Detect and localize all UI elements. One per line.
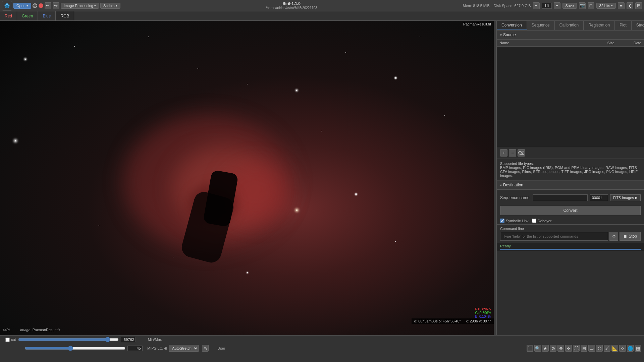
col-name: Name	[497, 40, 597, 47]
save-button[interactable]: Save	[562, 3, 577, 9]
source-table: Name Size Date	[497, 40, 644, 47]
fits-images-dropdown[interactable]: FITS images ▶	[610, 194, 641, 201]
destination-section-header[interactable]: ▾ Destination	[497, 181, 644, 190]
view-expand-icon[interactable]: ⛶	[573, 345, 580, 352]
ra-dec-coords: α: 00h51m33s δ: +56°56'46"	[414, 319, 461, 323]
open-button-label: Open	[16, 4, 25, 8]
convert-label: Convert	[563, 208, 577, 213]
symbolic-link-option[interactable]: Symbolic Link	[500, 219, 529, 223]
image-area[interactable]: PacmanResult.fit R=0.896% G=0.896% B=0.1…	[0, 21, 494, 335]
close-button[interactable]	[39, 3, 43, 8]
lower-slider-value: 45	[127, 346, 143, 351]
topbar: Open ▾ ↩ ↪ Image Processing ▾ Scripts ▾ …	[0, 0, 644, 11]
image-label: Image:	[20, 328, 32, 332]
image-processing-arrow: ▾	[94, 4, 96, 7]
view-icon[interactable]: □	[588, 2, 594, 9]
view-draw-icon[interactable]: 🖊	[604, 345, 610, 352]
open-button[interactable]: Open ▾	[13, 3, 31, 9]
sequence-name-input[interactable]	[533, 194, 588, 201]
command-gear-button[interactable]: ⚙	[609, 232, 618, 241]
view-crosshair-icon[interactable]: ✛	[565, 345, 572, 352]
zoom-info: 44%	[3, 328, 10, 332]
tab-red[interactable]: Red	[0, 11, 17, 20]
debayer-label: Debayer	[538, 219, 552, 223]
app-title-area: Siril-1.1.0 /home/adrian/astro/M45/20221…	[122, 1, 462, 10]
stretch-settings-icon[interactable]: ✎	[202, 345, 209, 352]
conversion-panel: ▾ Source Name Size Date	[497, 31, 644, 335]
view-rgb-icon[interactable]: ▦	[635, 345, 641, 352]
view-globe-icon[interactable]: ⊕	[557, 345, 564, 352]
sequence-name-row: Sequence name: FITS images ▶	[500, 194, 641, 201]
source-section-header[interactable]: ▾ Source	[497, 31, 644, 40]
image-filename: PacmanResult.fit	[33, 328, 60, 332]
bits-selector[interactable]: 32 bits ▾	[596, 3, 616, 9]
col-date: Date	[617, 40, 644, 47]
disk-label: Disk Space: 627.0 GiB	[494, 4, 531, 8]
zoom-minus-button[interactable]: −	[533, 2, 540, 9]
redo-button[interactable]: ↪	[53, 2, 59, 9]
command-input-row: ⚙ ⏹ Stop	[500, 232, 641, 241]
view-measure-icon[interactable]: 📐	[611, 345, 618, 352]
tab-conversion[interactable]: Conversion	[497, 21, 527, 30]
app-path: /home/adrian/astro/M45/20221103	[122, 6, 462, 10]
tab-plot[interactable]: Plot	[615, 21, 632, 30]
view-wcs-icon[interactable]: 🌐	[627, 345, 634, 352]
view-zoom-icon[interactable]: 🔍	[534, 345, 541, 352]
bottom-toolbar: cut 59762 Min/Max 45 MIPS-LO/HI AutoStre…	[0, 335, 644, 362]
clear-icon: ⌫	[518, 150, 525, 156]
tab-calibration[interactable]: Calibration	[555, 21, 584, 30]
tab-green[interactable]: Green	[17, 11, 38, 20]
lower-slider[interactable]	[25, 346, 125, 351]
tab-stacking[interactable]: Stacking	[632, 21, 644, 30]
cut-checkbox[interactable]	[5, 338, 10, 342]
collapse-icon[interactable]: ❮	[627, 2, 633, 9]
view-rect-icon[interactable]: ▭	[588, 345, 595, 352]
image-processing-button[interactable]: Image Processing ▾	[61, 3, 99, 9]
settings-icon[interactable]: ⊞	[635, 2, 642, 9]
screenshot-icon[interactable]: 📷	[579, 2, 586, 9]
undo-button[interactable]: ↩	[45, 2, 51, 9]
symbolic-link-checkbox[interactable]	[500, 219, 504, 223]
user-label: User	[217, 346, 225, 350]
command-line-title: Command line	[500, 227, 641, 231]
tab-blue[interactable]: Blue	[38, 11, 56, 20]
add-file-button[interactable]: +	[500, 149, 507, 157]
progress-bar	[500, 249, 641, 250]
slider-row-2: 45 MIPS-LO/HI AutoStretch ✎ User ⬛ 🔍 ★ ⊙…	[0, 344, 644, 353]
remove-file-button[interactable]: −	[509, 149, 516, 157]
debayer-checkbox[interactable]	[532, 219, 536, 223]
debayer-option[interactable]: Debayer	[532, 219, 552, 223]
channel-tabs: Red Green Blue RGB	[0, 11, 644, 21]
fits-dropdown-arrow: ▶	[635, 196, 638, 199]
app-icon[interactable]	[2, 1, 12, 11]
main-content: PacmanResult.fit R=0.896% G=0.896% B=0.1…	[0, 21, 644, 335]
stretch-select[interactable]: AutoStretch	[169, 345, 199, 352]
mips-label: MIPS-LO/HI	[147, 346, 167, 350]
tab-rgb[interactable]: RGB	[56, 11, 74, 20]
col-size: Size	[597, 40, 617, 47]
clear-files-button[interactable]: ⌫	[518, 149, 525, 157]
bits-label: 32 bits	[599, 4, 610, 8]
menu-icon[interactable]: ≡	[618, 2, 625, 9]
view-fit-icon[interactable]: ⬛	[527, 345, 533, 352]
view-polygon-icon[interactable]: ⬡	[596, 345, 603, 352]
cut-checkbox-label[interactable]: cut	[5, 338, 16, 342]
resize-handle[interactable]: ⋮	[494, 21, 496, 335]
view-star-icon[interactable]: ★	[542, 345, 549, 352]
tab-sequence[interactable]: Sequence	[527, 21, 555, 30]
view-transform-icon[interactable]: ⊹	[619, 345, 626, 352]
sequence-number-input[interactable]	[590, 194, 608, 201]
stop-button[interactable]: ⏹ Stop	[620, 232, 641, 241]
source-arrow-icon: ▾	[500, 33, 502, 37]
open-dropdown-arrow[interactable]: ▾	[26, 4, 28, 7]
zoom-plus-button[interactable]: +	[554, 2, 560, 9]
tab-registration[interactable]: Registration	[584, 21, 615, 30]
command-line-input[interactable]	[500, 232, 608, 241]
view-select-icon[interactable]: ⊞	[581, 345, 587, 352]
convert-button[interactable]: Convert	[500, 206, 641, 215]
upper-slider[interactable]	[18, 337, 119, 342]
home-icon[interactable]	[33, 3, 37, 8]
save-label: Save	[566, 4, 574, 8]
view-coin-icon[interactable]: ⊙	[550, 345, 556, 352]
scripts-button[interactable]: Scripts ▾	[100, 3, 120, 9]
